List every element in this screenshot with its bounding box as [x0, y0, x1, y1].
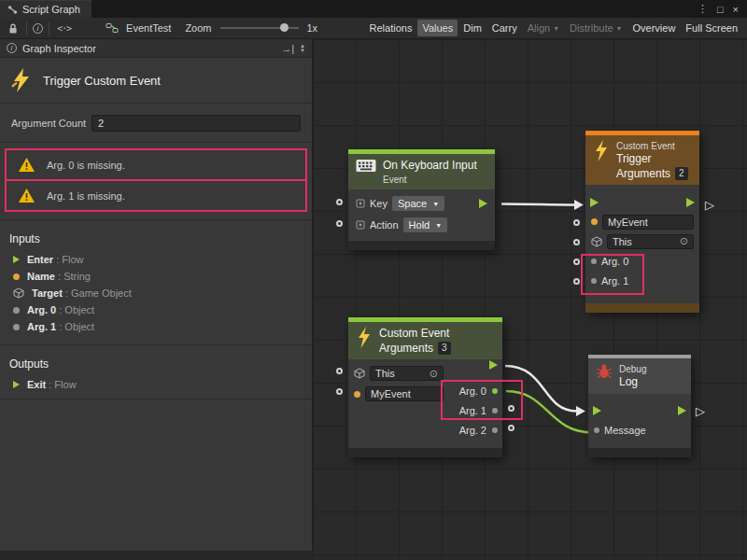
carry-button[interactable]: Carry [487, 20, 522, 36]
chevron-down-icon: ▼ [435, 222, 442, 229]
name-row: MyEvent [585, 212, 699, 231]
spin-down-icon[interactable]: ▼ [300, 49, 305, 53]
node-header: Custom Event Trigger Arguments 2 [585, 135, 699, 185]
event-name-field[interactable]: MyEvent [602, 215, 694, 230]
input-row-arg0: Arg. 0Object [0, 301, 312, 318]
name-row: MyEvent [354, 384, 444, 404]
cube-icon [13, 287, 24, 299]
wire-arrowhead [574, 200, 584, 210]
key-input-port[interactable] [336, 199, 343, 205]
info-icon: i [33, 23, 43, 34]
align-button[interactable]: Align▼ [523, 20, 564, 36]
flow-output-port[interactable] [678, 406, 686, 415]
input-row-arg1: Arg. 1Object [0, 318, 312, 335]
node-footer [585, 303, 699, 313]
arg1-input-port[interactable] [573, 278, 580, 285]
object-dot-icon [13, 307, 20, 314]
key-label: Key [370, 198, 388, 209]
pane-spinner[interactable]: ▲ ▼ [300, 44, 305, 53]
close-icon[interactable]: × [733, 4, 739, 15]
inputs-heading: Inputs [0, 220, 312, 251]
wire-arrowhead [576, 406, 585, 416]
node-footer [588, 448, 691, 457]
distribute-button[interactable]: Distribute▼ [565, 20, 627, 36]
message-row: Message [588, 421, 691, 441]
node-debug-log[interactable]: Debug Log Message [588, 355, 691, 457]
chevron-down-icon: ▼ [553, 25, 559, 32]
node-on-keyboard-input[interactable]: On Keyboard Input Event Key Space ▼ [348, 149, 495, 250]
port-type-icon [356, 199, 365, 208]
arg2-output-port[interactable] [508, 425, 514, 431]
tab-script-graph[interactable]: Script Graph [0, 0, 92, 18]
warnings-section: Arg. 0 is missing. Arg. 1 is missing. [0, 143, 312, 220]
values-button[interactable]: Values [417, 20, 458, 36]
lightning-icon [356, 327, 373, 349]
flow-input-port[interactable] [590, 198, 599, 207]
target-input-port[interactable] [336, 368, 343, 374]
pane-toggle-icon[interactable]: →| [281, 43, 294, 54]
node-footer [348, 448, 502, 457]
chevron-down-icon: ▼ [616, 25, 623, 32]
overview-button[interactable]: Overview [628, 20, 681, 36]
relations-button[interactable]: Relations [365, 20, 417, 36]
code-icon[interactable]: <·> [54, 23, 74, 34]
bug-icon [596, 363, 613, 379]
action-dropdown[interactable]: Hold ▼ [403, 217, 448, 232]
action-input-port[interactable] [336, 220, 343, 227]
key-dropdown[interactable]: Space ▼ [392, 196, 444, 211]
object-picker-icon[interactable]: ⊙ [680, 236, 688, 246]
target-input-port[interactable] [573, 239, 580, 245]
name-input-port[interactable] [336, 388, 343, 395]
node-title-line2: Arguments 2 [616, 167, 688, 182]
graph-asset-icon [103, 22, 121, 34]
string-dot-icon [354, 391, 360, 398]
cube-icon [591, 236, 602, 247]
zoom-slider-knob[interactable] [280, 23, 289, 32]
argument-count-row: Argument Count [0, 104, 312, 143]
node-title: Custom Event [379, 327, 451, 342]
node-header: Custom Event Arguments 3 [348, 322, 502, 359]
lightning-pencil-icon [9, 67, 34, 93]
argument-count-input[interactable] [92, 115, 301, 132]
panel-footer-strip [0, 551, 313, 560]
node-header: Debug Log [588, 358, 691, 394]
flow-output-port[interactable] [686, 198, 695, 207]
cube-icon [354, 368, 365, 379]
target-field[interactable]: This ⊙ [607, 234, 694, 249]
flow-arrow-icon [13, 256, 20, 263]
flow-row [588, 401, 691, 421]
input-row-name: NameString [0, 268, 312, 285]
dim-button[interactable]: Dim [458, 20, 486, 36]
inspector-toggle-button[interactable]: i [26, 21, 49, 35]
flow-output-port[interactable] [489, 360, 498, 370]
event-name-field[interactable]: MyEvent [365, 386, 444, 401]
target-field[interactable]: This ⊙ [370, 366, 444, 381]
graph-canvas[interactable]: On Keyboard Input Event Key Space ▼ [313, 39, 747, 560]
output-row-exit: ExitFlow [0, 376, 312, 399]
graph-toolbar: i <·> EventTest Zoom 1x Relations Values… [0, 18, 747, 39]
arg2-row: Arg. 2 [459, 420, 498, 440]
outputs-heading: Outputs [0, 345, 312, 376]
keyboard-icon [356, 159, 376, 173]
toolbar-buttons: Relations Values Dim Carry Align▼ Distri… [365, 20, 742, 36]
flow-output-port[interactable] [479, 199, 487, 208]
node-subtitle: Event [383, 174, 477, 186]
node-subtitle-line: Arguments 3 [379, 342, 451, 357]
full-screen-button[interactable]: Full Screen [681, 20, 742, 36]
node-title-line1: Trigger [616, 152, 688, 167]
name-input-port[interactable] [573, 219, 580, 226]
zoom-value: 1x [307, 22, 318, 34]
flow-input-port[interactable] [593, 406, 601, 415]
message-input-port[interactable] [594, 427, 599, 433]
object-picker-icon[interactable]: ⊙ [430, 369, 438, 379]
arg0-input-port[interactable] [573, 259, 580, 265]
target-row: This ⊙ [354, 363, 444, 384]
maximize-icon[interactable]: □ [717, 4, 724, 15]
lock-icon[interactable] [5, 22, 21, 35]
zoom-label: Zoom [185, 22, 211, 34]
graph-name: EventTest [126, 22, 171, 34]
zoom-slider[interactable] [220, 27, 299, 29]
window-menu-icon[interactable]: ⋮ [698, 3, 708, 15]
flow-row [585, 192, 699, 212]
chevron-down-icon: ▼ [432, 201, 439, 207]
